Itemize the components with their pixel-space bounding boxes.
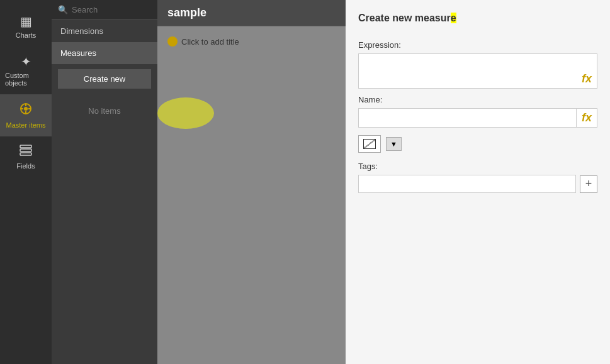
- sidebar-item-fields-label: Fields: [16, 162, 35, 170]
- expression-input-box[interactable]: fx: [358, 53, 597, 89]
- sidebar-item-fields[interactable]: Fields: [0, 136, 52, 177]
- sidebar-item-charts-label: Charts: [16, 31, 36, 39]
- highlighted-char: e: [451, 13, 456, 23]
- color-picker-button[interactable]: [358, 135, 381, 153]
- color-section: ▼: [358, 135, 597, 153]
- search-input[interactable]: [72, 5, 151, 14]
- add-tag-button[interactable]: +: [580, 175, 597, 193]
- charts-icon: ▦: [20, 14, 32, 29]
- svg-point-1: [24, 107, 28, 111]
- nav-measures-label: Measures: [60, 48, 96, 58]
- sidebar-item-master-items[interactable]: Master items: [0, 94, 52, 136]
- tags-input[interactable]: [358, 175, 576, 193]
- color-box-inner: [363, 139, 376, 149]
- name-input-wrap: fx: [358, 108, 597, 128]
- search-bar: 🔍: [52, 0, 157, 20]
- canvas-title: sample: [167, 6, 206, 19]
- add-title-button[interactable]: Click to add title: [181, 37, 239, 47]
- right-panel: Create new measure Expression: fx Name: …: [346, 0, 610, 364]
- tags-label: Tags:: [358, 162, 597, 171]
- add-title-area: Click to add title: [167, 36, 239, 47]
- canvas-body[interactable]: Click to add title: [157, 26, 346, 364]
- canvas-header: sample: [157, 0, 346, 26]
- tags-row: +: [358, 175, 597, 193]
- panel-title: Create new measure: [358, 13, 597, 24]
- expression-label: Expression:: [358, 40, 597, 50]
- fx-icon-name: fx: [576, 109, 597, 127]
- color-dropdown-button[interactable]: ▼: [386, 137, 402, 151]
- no-items-text: No items: [52, 94, 157, 128]
- nav-dimensions-label: Dimensions: [60, 26, 103, 36]
- left-sidebar: ▦ Charts ✦ Custom objects Master items: [0, 0, 52, 364]
- fields-icon: [19, 144, 33, 160]
- fx-icon-expression: fx: [577, 70, 597, 88]
- name-label: Name:: [358, 95, 597, 104]
- sidebar-item-custom-objects[interactable]: ✦ Custom objects: [0, 47, 52, 94]
- master-items-icon: [19, 102, 33, 119]
- sidebar-item-custom-objects-label: Custom objects: [5, 72, 47, 87]
- sidebar-item-charts[interactable]: ▦ Charts: [0, 6, 52, 47]
- name-input[interactable]: [359, 109, 576, 126]
- add-title-dot: [167, 36, 178, 47]
- nav-item-dimensions[interactable]: Dimensions: [52, 20, 157, 42]
- create-new-button[interactable]: Create new: [58, 69, 151, 89]
- main-canvas: sample Click to add title: [157, 0, 346, 364]
- svg-rect-8: [20, 153, 31, 155]
- custom-objects-icon: ✦: [21, 54, 31, 69]
- svg-rect-7: [20, 149, 31, 152]
- secondary-sidebar: 🔍 Dimensions Measures Create new No item…: [52, 0, 157, 364]
- svg-rect-6: [20, 145, 31, 148]
- sidebar-item-master-items-label: Master items: [6, 121, 46, 129]
- nav-item-measures[interactable]: Measures: [52, 42, 157, 64]
- search-icon: 🔍: [58, 5, 68, 14]
